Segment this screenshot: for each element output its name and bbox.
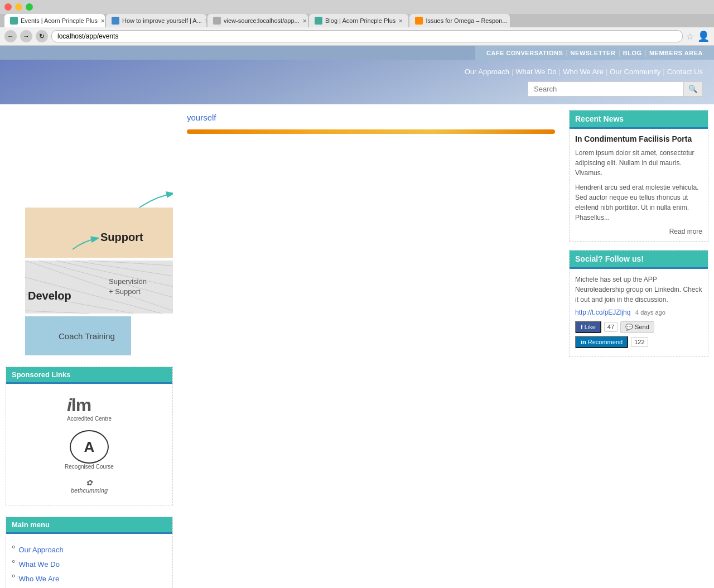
recommend-button[interactable]: in Recommend [575, 336, 628, 348]
content-area: Coach Training Supervision + Support [0, 104, 714, 588]
svg-rect-13 [25, 208, 173, 258]
menu-link-whoweare[interactable]: Who We Are [18, 575, 59, 583]
recent-news-body: In Condimentum Facilisis Porta Lorem ips… [570, 129, 708, 241]
beth-symbol: ✿ bethcumming [71, 478, 108, 494]
lm-letters: lm [71, 395, 91, 416]
svg-text:Supervision: Supervision [109, 277, 147, 286]
tab-1-close[interactable]: ✕ [100, 18, 105, 24]
sep2: | [618, 49, 620, 57]
mn-sep1: | [512, 68, 513, 76]
ilm-logo: i lm Accredited Centre [67, 395, 112, 422]
close-dot[interactable] [4, 3, 12, 11]
mn-sep2: | [559, 68, 561, 76]
tab-2[interactable]: How to improve yourself | A... ✕ [106, 14, 206, 27]
forward-button[interactable]: → [20, 30, 32, 42]
social-link[interactable]: http://t.co/pEJZljhq [575, 309, 630, 316]
mn-sep4: | [663, 68, 664, 76]
svg-rect-2 [25, 261, 173, 314]
mainnav-whoweare[interactable]: Who We Are [563, 68, 604, 76]
tab-4-label: Blog | Acorn Princple Plus [325, 17, 395, 24]
tab-4-close[interactable]: ✕ [398, 18, 403, 24]
nav-newsletter[interactable]: NEWSLETTER [571, 50, 616, 56]
acorn-logo: A Recognised Course [65, 430, 114, 470]
tab-5[interactable]: Issues for Omega – Respon... ✕ [409, 14, 510, 27]
recommend-count: 122 [631, 337, 648, 347]
beth-logo: ✿ bethcumming [71, 478, 108, 494]
menu-link-whatwedo[interactable]: What We Do [18, 560, 59, 568]
nav-blog[interactable]: BLOG [623, 50, 642, 56]
fb-icon: f [581, 324, 583, 330]
top-nav-bar: CAFE CONVERSATIONS | NEWSLETTER | BLOG |… [0, 46, 714, 60]
search-input[interactable] [528, 81, 684, 97]
tab-2-label: How to improve yourself | A... [122, 17, 202, 24]
acorn-circle: A [70, 430, 109, 464]
refresh-button[interactable]: ↻ [36, 30, 48, 42]
svg-text:Coach Training: Coach Training [59, 331, 115, 341]
mainnav-contact[interactable]: Contact Us [667, 68, 703, 76]
tab-favicon [10, 17, 18, 25]
tab-3-close[interactable]: ✕ [302, 18, 307, 24]
send-button[interactable]: 💬 Send [620, 321, 654, 333]
sponsored-links-title: Sponsored Links [6, 367, 172, 384]
mainnav-approach[interactable]: Our Approach [465, 68, 509, 76]
page-title-link[interactable]: yourself [187, 113, 216, 122]
diagram-area: Coach Training Supervision + Support [6, 110, 173, 367]
browser-tabs: Events | Acorn Princple Plus ✕ How to im… [0, 14, 714, 27]
menu-item-whatwedo: What We Do [12, 557, 167, 571]
user-icon[interactable]: 👤 [697, 30, 710, 42]
sep3: | [645, 49, 647, 57]
nav-members[interactable]: MEMBERS AREA [649, 50, 703, 56]
mainnav-whatwedo[interactable]: What We Do [515, 68, 556, 76]
tab-4[interactable]: Blog | Acorn Princple Plus ✕ [309, 14, 408, 27]
news-para1: Lorem ipsum dolor sit amet, consectetur … [575, 148, 702, 178]
social-link-area: http://t.co/pEJZljhq 4 days ago [575, 308, 702, 316]
main-menu-list: Our Approach What We Do Who We Are Our C… [12, 539, 167, 588]
mainnav-community[interactable]: Our Community [610, 68, 660, 76]
send-label: Send [635, 324, 649, 330]
li-icon: in [581, 339, 586, 345]
back-button[interactable]: ← [4, 30, 17, 42]
sponsored-links-widget: Sponsored Links i lm Accredited Centre A [6, 367, 173, 505]
like-label: Like [585, 324, 596, 330]
browser-titlebar [0, 0, 714, 14]
left-sidebar: Coach Training Supervision + Support [0, 104, 178, 588]
fb-social-row: f Like 47 💬 Send [575, 321, 702, 333]
bookmark-icon[interactable]: ☆ [686, 31, 694, 42]
i-letter: i [67, 395, 71, 416]
li-social-row: in Recommend 122 [575, 336, 702, 348]
ilm-text: i lm [67, 395, 112, 416]
tab-1-label: Events | Acorn Princple Plus [21, 17, 98, 24]
nav-cafe[interactable]: CAFE CONVERSATIONS [486, 50, 563, 56]
browser-toolbar: ← → ↻ ☆ 👤 [0, 27, 714, 46]
menu-link-approach[interactable]: Our Approach [18, 546, 63, 554]
page-wrapper: CAFE CONVERSATIONS | NEWSLETTER | BLOG |… [0, 46, 714, 588]
comment-icon: 💬 [625, 324, 633, 331]
orange-decorative-bar [187, 129, 555, 134]
read-more-link[interactable]: Read more [669, 228, 702, 235]
tab-4-favicon [315, 17, 322, 25]
tab-3[interactable]: view-source:localhost/app... ✕ [208, 14, 308, 27]
like-count: 47 [604, 322, 617, 332]
sponsored-logos: i lm Accredited Centre A Recognised Cour… [12, 389, 167, 499]
acorn-letter: A [84, 438, 95, 456]
maximize-dot[interactable] [26, 3, 33, 11]
mn-sep3: | [606, 68, 607, 76]
tab-3-favicon [213, 17, 221, 25]
main-nav-wrapper: Our Approach | What We Do | Who We Are |… [0, 60, 714, 104]
social-widget: Social? Follow us! Michele has set up th… [569, 250, 708, 357]
minimize-dot[interactable] [15, 3, 22, 11]
tab-1[interactable]: Events | Acorn Princple Plus ✕ [4, 14, 105, 27]
svg-text:+ Support: + Support [109, 287, 141, 296]
like-button[interactable]: f Like [575, 321, 601, 333]
address-bar[interactable] [51, 30, 683, 42]
tab-5-label: Issues for Omega – Respon... [426, 17, 507, 24]
social-time: 4 days ago [635, 309, 665, 316]
menu-item-community: Our Community [12, 586, 167, 588]
tab-2-close[interactable]: ✕ [205, 18, 206, 24]
read-more-area: Read more [575, 227, 702, 235]
tab-3-label: view-source:localhost/app... [224, 17, 300, 24]
search-button[interactable]: 🔍 [684, 81, 703, 97]
search-bar-area: 🔍 [0, 78, 714, 104]
acorn-caption: Recognised Course [65, 464, 114, 470]
tab-5-favicon [415, 17, 423, 25]
